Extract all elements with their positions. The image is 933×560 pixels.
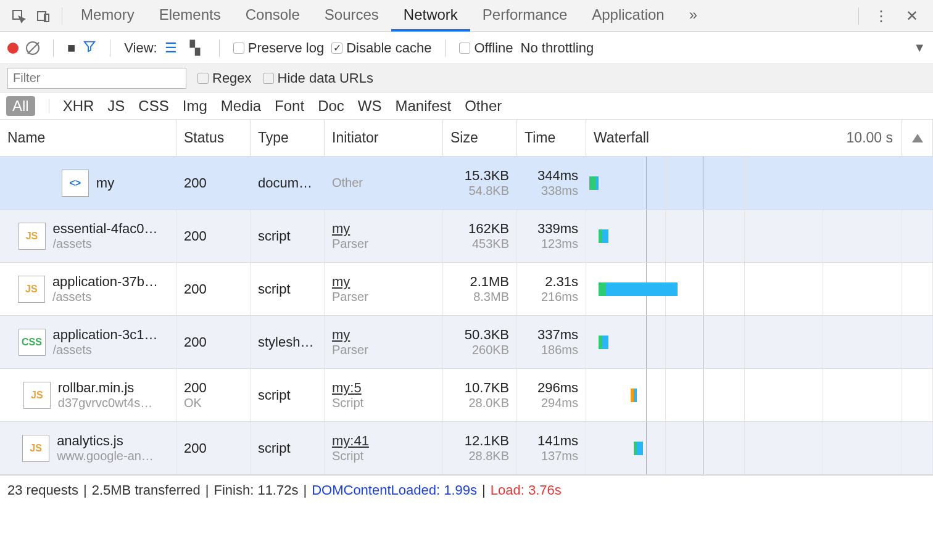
tab-application[interactable]: Application [579, 0, 676, 31]
category-filter: AllXHRJSCSSImgMediaFontDocWSManifestOthe… [0, 93, 933, 120]
col-name[interactable]: Name [0, 120, 176, 156]
tab-network[interactable]: Network [391, 0, 470, 31]
category-xhr[interactable]: XHR [63, 97, 94, 115]
waterfall-cell [586, 369, 902, 421]
network-summary: 23 requests | 2.5MB transferred | Finish… [0, 475, 933, 504]
throttling-select[interactable]: No throttling [521, 40, 594, 56]
col-status[interactable]: Status [176, 120, 251, 156]
filter-icon[interactable] [83, 39, 96, 57]
sort-indicator[interactable] [902, 120, 933, 156]
js-file-icon: JS [19, 223, 46, 250]
request-name: analytics.js [57, 433, 154, 449]
request-path: www.google-an… [57, 449, 154, 463]
category-css[interactable]: CSS [138, 97, 168, 115]
request-name: application-3c1… [53, 327, 158, 343]
hide-data-label: Hide data URLs [278, 70, 373, 86]
request-type: script [258, 228, 317, 244]
offline-toggle[interactable]: Offline [459, 40, 513, 56]
category-manifest[interactable]: Manifest [396, 97, 452, 115]
request-type: script [258, 440, 317, 456]
throttling-dropdown-icon[interactable]: ▼ [913, 41, 926, 55]
request-name: application-37b… [52, 274, 158, 290]
initiator-type: Script [332, 396, 435, 410]
kebab-menu-icon[interactable]: ⋮ [865, 7, 897, 25]
sort-asc-icon [912, 134, 923, 142]
clear-button[interactable] [26, 41, 39, 55]
hide-data-urls-toggle[interactable]: Hide data URLs [263, 70, 373, 86]
filter-input[interactable] [7, 68, 186, 89]
size-transferred: 2.1MB [470, 274, 509, 290]
doc-file-icon: <> [62, 170, 89, 197]
table-row[interactable]: JSessential-4fac0…/assets200scriptmyPars… [0, 210, 933, 263]
category-doc[interactable]: Doc [318, 97, 344, 115]
overview-icon[interactable]: ▝▖ [185, 40, 205, 56]
more-tabs-icon[interactable]: » [677, 0, 710, 31]
initiator-link[interactable]: my [332, 221, 435, 237]
record-button[interactable] [7, 43, 19, 54]
initiator-type: Parser [332, 290, 435, 304]
table-row[interactable]: JSrollbar.min.jsd37gvrvc0wt4s…200OKscrip… [0, 369, 933, 422]
request-path: /assets [52, 290, 158, 304]
initiator-link: Other [332, 176, 435, 190]
size-resource: 260KB [472, 343, 509, 357]
separator [110, 39, 110, 57]
preserve-log-toggle[interactable]: Preserve log [233, 40, 325, 56]
category-ws[interactable]: WS [358, 97, 382, 115]
time-total: 344ms [537, 168, 578, 184]
close-icon[interactable]: ✕ [897, 7, 927, 25]
waterfall-cell [586, 157, 902, 209]
device-toggle-icon[interactable] [31, 9, 56, 23]
category-img[interactable]: Img [183, 97, 207, 115]
initiator-link[interactable]: my [332, 274, 435, 290]
size-transferred: 12.1KB [465, 433, 509, 449]
network-table-header: Name Status Type Initiator Size Time Wat… [0, 120, 933, 157]
category-js[interactable]: JS [107, 97, 125, 115]
tab-console[interactable]: Console [233, 0, 312, 31]
col-initiator[interactable]: Initiator [325, 120, 443, 156]
screenshot-icon[interactable]: ■ [67, 40, 75, 56]
size-resource: 8.3MB [473, 290, 509, 304]
initiator-type: Parser [332, 237, 435, 251]
regex-toggle[interactable]: Regex [197, 70, 252, 86]
time-total: 339ms [537, 221, 578, 237]
js-file-icon: JS [18, 276, 45, 303]
initiator-link[interactable]: my:5 [332, 380, 435, 396]
time-latency: 338ms [541, 184, 578, 198]
category-other[interactable]: Other [465, 97, 502, 115]
preserve-log-label: Preserve log [248, 40, 325, 56]
separator [49, 99, 49, 113]
tab-performance[interactable]: Performance [470, 0, 579, 31]
col-type[interactable]: Type [251, 120, 325, 156]
request-name: my [96, 175, 114, 191]
time-total: 2.31s [545, 274, 578, 290]
col-waterfall[interactable]: Waterfall 10.00 s [586, 120, 902, 156]
category-media[interactable]: Media [221, 97, 261, 115]
initiator-type: Parser [332, 343, 435, 357]
col-size[interactable]: Size [443, 120, 517, 156]
domcontentloaded-time: DOMContentLoaded: 1.99s [312, 482, 477, 498]
network-table-body[interactable]: <>my200docum…Other15.3KB54.8KB344ms338ms… [0, 157, 933, 475]
category-font[interactable]: Font [275, 97, 304, 115]
inspect-icon[interactable] [6, 9, 31, 23]
request-path: d37gvrvc0wt4s… [58, 396, 152, 410]
tab-memory[interactable]: Memory [68, 0, 147, 31]
initiator-link[interactable]: my:41 [332, 433, 435, 449]
view-label: View: [124, 40, 157, 56]
large-rows-icon[interactable]: ☰ [165, 40, 177, 56]
table-row[interactable]: JSapplication-37b…/assets200scriptmyPars… [0, 263, 933, 316]
table-row[interactable]: CSSapplication-3c1…/assets200stylesh…myP… [0, 316, 933, 369]
table-row[interactable]: JSanalytics.jswww.google-an…200scriptmy:… [0, 422, 933, 475]
category-all[interactable]: All [6, 96, 35, 116]
js-file-icon: JS [22, 435, 49, 462]
disable-cache-toggle[interactable]: ✓Disable cache [331, 40, 431, 56]
request-name: essential-4fac0… [53, 221, 158, 237]
col-time[interactable]: Time [517, 120, 586, 156]
time-total: 296ms [537, 380, 578, 396]
status-code: 200 [184, 228, 243, 244]
initiator-link[interactable]: my [332, 327, 435, 343]
table-row[interactable]: <>my200docum…Other15.3KB54.8KB344ms338ms [0, 157, 933, 210]
css-file-icon: CSS [19, 329, 46, 356]
tab-elements[interactable]: Elements [147, 0, 233, 31]
waterfall-label: Waterfall [594, 130, 649, 146]
tab-sources[interactable]: Sources [312, 0, 391, 31]
